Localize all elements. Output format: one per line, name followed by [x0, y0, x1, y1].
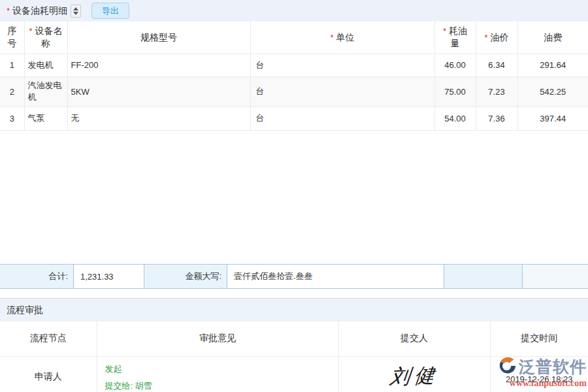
submitter-signature: 刘健 [389, 361, 440, 391]
col-header-name: *设备名称 [24, 22, 67, 54]
sort-up-arrow [73, 7, 78, 10]
sort-down-arrow [73, 12, 78, 15]
cell-price: 7.36 [476, 106, 517, 130]
col-header-opinion: 审批意见 [97, 321, 338, 356]
summary-empty-cell [523, 265, 588, 288]
cell-cost: 291.64 [517, 54, 588, 76]
sort-updown-icon[interactable] [71, 5, 81, 18]
cell-consumption: 46.00 [434, 54, 476, 76]
summary-empty-cell [444, 265, 523, 288]
approval-section-title: 流程审批 [7, 304, 43, 316]
summary-row: 合计: 1,231.33 金额大写: 壹仟贰佰叁拾壹.叁叁 [0, 264, 588, 289]
cell-price: 6.34 [476, 54, 517, 76]
cell-consumption: 54.00 [434, 106, 476, 130]
col-header-time: 提交时间 [490, 321, 588, 356]
approval-row: 申请人 发起 提交给: 胡雪 刘健 2019-12-26 18:23 [0, 356, 588, 392]
submit-timestamp: 2019-12-26 18:23 [506, 374, 573, 384]
col-header-unit: *单位 [250, 22, 434, 54]
cell-unit: 台 [250, 54, 434, 76]
table-row: 1 发电机 FF-200 台 46.00 6.34 291.64 [0, 54, 588, 76]
cell-name: 气泵 [24, 106, 67, 130]
col-header-model: 规格型号 [67, 22, 250, 54]
approval-opinion: 发起 提交给: 胡雪 [97, 356, 338, 392]
section-header: * 设备油耗明细 导出 [0, 0, 588, 22]
approval-header-row: 流程节点 审批意见 提交人 提交时间 [0, 321, 588, 356]
cell-model: FF-200 [67, 54, 250, 76]
required-asterisk: * [29, 26, 32, 36]
detail-header-row: 序号 *设备名称 规格型号 *单位 *耗油量 *油价 油费 [0, 22, 588, 54]
approval-node: 申请人 [0, 356, 97, 392]
opinion-submitted-to: 提交给: 胡雪 [105, 378, 338, 392]
cell-name: 发电机 [24, 54, 67, 76]
cell-no: 3 [0, 106, 24, 130]
cell-no: 2 [0, 76, 24, 106]
total-input[interactable]: 1,231.33 [74, 265, 144, 288]
required-asterisk: * [484, 33, 487, 42]
cell-consumption: 75.00 [434, 76, 476, 106]
amount-words-label: 金额大写: [144, 265, 227, 288]
export-button[interactable]: 导出 [91, 3, 129, 19]
amount-words-input[interactable]: 壹仟贰佰叁拾壹.叁叁 [227, 265, 444, 288]
cell-cost: 397.44 [517, 106, 588, 130]
table-row: 2 汽油发电机 5KW 台 75.00 7.23 542.25 [0, 76, 588, 106]
total-label: 合计: [0, 265, 74, 288]
cell-model: 无 [67, 106, 250, 130]
opinion-action: 发起 [105, 361, 338, 378]
cell-unit: 台 [250, 106, 434, 130]
table-row: 3 气泵 无 台 54.00 7.36 397.44 [0, 106, 588, 130]
cell-unit: 台 [250, 76, 434, 106]
col-header-consumption: *耗油量 [434, 22, 476, 54]
page-title: 设备油耗明细 [12, 5, 67, 17]
approval-table: 流程节点 审批意见 提交人 提交时间 申请人 发起 提交给: 胡雪 刘健 201… [0, 321, 588, 392]
col-header-cost: 油费 [517, 22, 588, 54]
fuel-detail-table: 序号 *设备名称 规格型号 *单位 *耗油量 *油价 油费 1 发电机 FF-2… [0, 22, 588, 131]
approval-submitter: 刘健 [338, 356, 490, 392]
required-asterisk: * [7, 6, 10, 16]
cell-price: 7.23 [476, 76, 517, 106]
cell-model: 5KW [67, 76, 250, 106]
col-header-node: 流程节点 [0, 321, 97, 356]
col-header-submitter: 提交人 [338, 321, 490, 356]
approval-time: 2019-12-26 18:23 [490, 356, 588, 392]
required-asterisk: * [443, 26, 446, 36]
cell-cost: 542.25 [517, 76, 588, 106]
cell-no: 1 [0, 54, 24, 76]
approval-section-title-bar: 流程审批 [0, 298, 588, 321]
col-header-price: *油价 [476, 22, 517, 54]
col-header-no: 序号 [0, 22, 24, 54]
cell-name: 汽油发电机 [24, 76, 67, 106]
required-asterisk: * [330, 33, 333, 42]
